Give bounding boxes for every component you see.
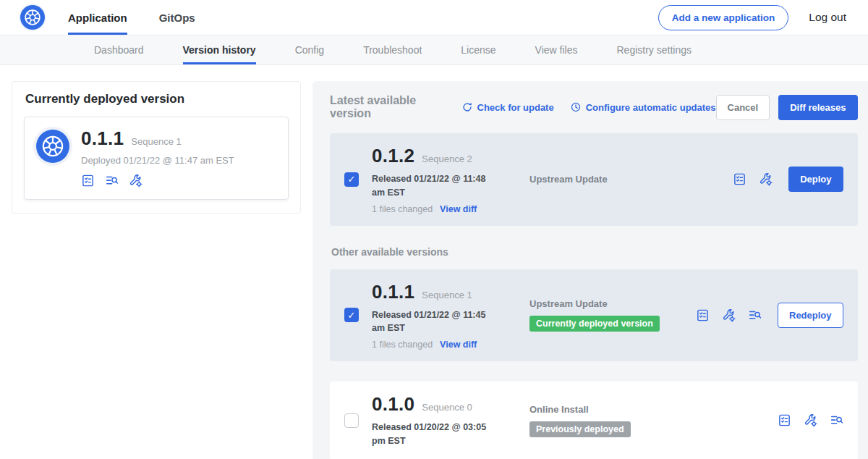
sequence-label: Sequence 1 <box>131 136 181 147</box>
view-files-icon[interactable] <box>830 413 843 427</box>
add-new-application-button[interactable]: Add a new application <box>658 5 789 30</box>
subnav-tab-config[interactable]: Config <box>295 35 324 64</box>
sequence-label: Sequence 1 <box>422 290 472 300</box>
tab-application[interactable]: Application <box>68 0 127 35</box>
app-page: Application GitOps Add a new application… <box>0 0 868 459</box>
released-date: Released 01/21/22 @ 11:45 am EST <box>372 308 499 336</box>
latest-version-header: Latest available version Check for updat… <box>330 94 858 120</box>
version-actions <box>778 413 843 427</box>
version-card-0-1-1: 0.1.1 Sequence 1 Released 01/21/22 @ 11:… <box>330 269 858 362</box>
deployed-version-actions <box>81 174 234 188</box>
panel-title: Currently deployed version <box>25 92 289 106</box>
kubernetes-logo-icon[interactable] <box>20 5 45 30</box>
latest-version-title: Latest available version <box>330 94 446 120</box>
version-source: Upstream Update Currently deployed versi… <box>529 298 683 332</box>
version-info: 0.1.0 Sequence 0 Released 01/20/22 @ 03:… <box>372 393 516 448</box>
release-notes-icon[interactable] <box>81 174 95 188</box>
logout-button[interactable]: Log out <box>809 11 846 24</box>
view-diff-link[interactable]: View diff <box>440 340 477 350</box>
diff-releases-button[interactable]: Diff releases <box>778 95 857 120</box>
subnav-tab-license[interactable]: License <box>461 35 495 64</box>
cancel-button[interactable]: Cancel <box>716 95 770 120</box>
deployed-timestamp: Deployed 01/21/22 @ 11:47 am EST <box>81 155 234 166</box>
released-date: Released 01/21/22 @ 11:48 am EST <box>372 172 499 200</box>
deployed-version-card: 0.1.1 Sequence 1 Deployed 01/21/22 @ 11:… <box>24 117 289 200</box>
version-actions: Redeploy <box>696 303 843 328</box>
version-checkbox[interactable] <box>344 413 359 428</box>
configure-automatic-updates-link[interactable]: Configure automatic updates <box>570 101 716 113</box>
top-nav-tabs: Application GitOps <box>68 0 227 35</box>
tab-gitops[interactable]: GitOps <box>159 0 195 35</box>
subnav-tab-troubleshoot[interactable]: Troubleshoot <box>363 35 422 64</box>
sequence-label: Sequence 0 <box>422 402 472 413</box>
version-card-0-1-2: 0.1.2 Sequence 2 Released 01/21/22 @ 11:… <box>330 133 858 226</box>
source-type-label: Upstream Update <box>529 174 683 185</box>
version-number: 0.1.0 <box>372 393 414 416</box>
version-checkbox[interactable] <box>344 172 359 187</box>
configure-automatic-updates-label: Configure automatic updates <box>586 102 716 113</box>
app-kubernetes-icon <box>36 130 69 163</box>
top-navbar: Application GitOps Add a new application… <box>0 0 868 35</box>
deployed-version-info: 0.1.1 Sequence 1 Deployed 01/21/22 @ 11:… <box>81 127 234 188</box>
version-info: 0.1.2 Sequence 2 Released 01/21/22 @ 11:… <box>372 145 516 214</box>
status-badge: Previously deployed <box>529 421 631 437</box>
version-source: Upstream Update <box>529 174 683 185</box>
version-history-panel: Latest available version Check for updat… <box>312 81 868 459</box>
version-info: 0.1.1 Sequence 1 Released 01/21/22 @ 11:… <box>372 281 516 350</box>
edit-config-icon[interactable] <box>129 174 142 188</box>
subnav-tab-view-files[interactable]: View files <box>535 35 578 64</box>
clock-icon <box>570 101 582 113</box>
version-card-0-1-0: 0.1.0 Sequence 0 Released 01/20/22 @ 03:… <box>330 382 858 459</box>
version-number: 0.1.1 <box>372 281 414 303</box>
currently-deployed-panel: Currently deployed version 0.1.1 Sequenc… <box>12 81 301 214</box>
view-diff-link[interactable]: View diff <box>440 204 477 214</box>
deploy-button[interactable]: Deploy <box>788 167 843 192</box>
version-checkbox[interactable] <box>344 308 359 322</box>
release-notes-icon[interactable] <box>733 172 746 186</box>
release-notes-icon[interactable] <box>778 413 791 427</box>
files-changed-label: 1 files changed <box>372 340 433 350</box>
edit-config-icon[interactable] <box>804 413 817 427</box>
refresh-icon <box>461 101 473 113</box>
subnav-tab-version-history[interactable]: Version history <box>183 35 256 64</box>
edit-config-icon[interactable] <box>722 308 736 322</box>
subnav-tab-dashboard[interactable]: Dashboard <box>94 35 144 64</box>
version-number: 0.1.1 <box>81 127 124 150</box>
app-subnav: Dashboard Version history Config Trouble… <box>0 35 868 65</box>
subnav-tab-registry-settings[interactable]: Registry settings <box>616 35 691 64</box>
release-notes-icon[interactable] <box>696 308 710 322</box>
view-files-icon[interactable] <box>105 174 119 188</box>
view-files-icon[interactable] <box>748 308 762 322</box>
version-actions: Deploy <box>733 167 843 192</box>
files-changed-label: 1 files changed <box>372 204 433 214</box>
source-type-label: Online Install <box>529 404 683 415</box>
released-date: Released 01/20/22 @ 03:05 pm EST <box>372 421 499 448</box>
redeploy-button[interactable]: Redeploy <box>778 303 843 328</box>
version-source: Online Install Previously deployed <box>529 404 683 437</box>
version-number: 0.1.2 <box>372 145 414 167</box>
main-content: Currently deployed version 0.1.1 Sequenc… <box>0 65 868 459</box>
check-for-update-label: Check for update <box>477 102 554 113</box>
sequence-label: Sequence 2 <box>422 153 472 164</box>
other-versions-title: Other available versions <box>331 246 858 258</box>
source-type-label: Upstream Update <box>529 298 683 309</box>
status-badge: Currently deployed version <box>529 316 660 332</box>
check-for-update-link[interactable]: Check for update <box>461 101 554 113</box>
edit-config-icon[interactable] <box>759 172 773 186</box>
